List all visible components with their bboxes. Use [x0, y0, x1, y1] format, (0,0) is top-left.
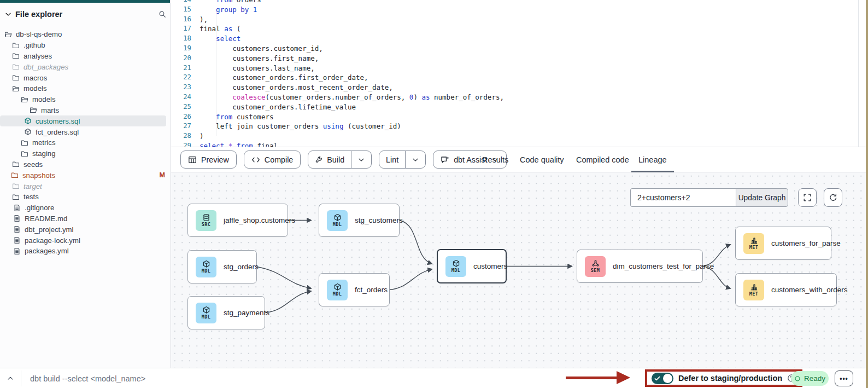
code-line: left join customer_orders using (custome…	[200, 121, 504, 131]
file-tree-label: README.md	[25, 215, 67, 223]
update-graph-button[interactable]: Update Graph	[736, 188, 788, 207]
file-tree-label: .github	[24, 41, 45, 49]
lineage-node-customers_for_parse[interactable]: METcustomers_for_parse	[735, 227, 831, 260]
file-explorer-sidebar: File explorer db-sl-qs-demo.githubanalys…	[0, 0, 171, 368]
file-icon	[13, 225, 21, 233]
lineage-node-label: fct_orders	[355, 286, 388, 294]
lineage-node-label: stg_customers	[355, 216, 403, 224]
refresh-icon	[829, 193, 837, 202]
editor-scrollbar[interactable]	[858, 0, 859, 147]
file-tree-item-snapshots[interactable]: snapshotsM	[0, 170, 171, 181]
file-tree-item-analyses[interactable]: analyses	[0, 51, 171, 62]
modified-badge: M	[160, 171, 165, 179]
tab-compiled-code[interactable]: Compiled code	[569, 147, 636, 172]
model-cube-icon: MDL	[445, 256, 466, 277]
lineage-node-fct_orders[interactable]: MDLfct_orders	[319, 273, 390, 306]
tab-results[interactable]: Results	[475, 147, 515, 172]
build-dropdown-chevron-icon[interactable]	[351, 151, 371, 168]
folder-open-icon	[21, 96, 28, 103]
model-cube-icon: MDL	[196, 303, 216, 323]
lineage-node-jaffle_shop.customers[interactable]: SRCjaffle_shop.customers	[187, 204, 288, 237]
folder-icon	[12, 63, 20, 71]
file-tree-item-macros[interactable]: macros	[0, 72, 171, 83]
file-tree-item-packages.yml[interactable]: packages.yml	[0, 246, 171, 257]
line-number: 29	[171, 141, 191, 147]
preview-button[interactable]: Preview	[180, 150, 237, 169]
lineage-node-stg_payments[interactable]: MDLstg_payments	[187, 296, 265, 329]
divider	[21, 370, 21, 386]
code-line: select * from final	[200, 141, 504, 147]
lint-dropdown-chevron-icon[interactable]	[405, 151, 425, 168]
lint-button[interactable]: Lint	[379, 151, 405, 168]
lineage-node-dim_customers_test_for_parse[interactable]: SEMdim_customers_test_for_parse	[577, 250, 703, 283]
folder-icon	[11, 171, 19, 179]
code-line: customers.customer_id,	[200, 44, 504, 54]
refresh-button[interactable]	[824, 188, 842, 207]
code-editor[interactable]: 14151617181920212223242526272829 from or…	[171, 0, 866, 147]
lineage-canvas[interactable]: SRCjaffle_shop.customersMDLstg_customers…	[171, 172, 866, 368]
fullscreen-icon	[803, 193, 812, 202]
tab-lineage[interactable]: Lineage	[631, 147, 674, 172]
lineage-node-label: dim_customers_test_for_parse	[613, 262, 714, 270]
lineage-node-label: customers_with_orders	[771, 286, 848, 294]
lineage-selector-input[interactable]	[630, 188, 736, 207]
file-icon	[13, 247, 21, 255]
model-cube-icon	[24, 128, 32, 136]
file-tree-item-.gitignore[interactable]: .gitignore	[0, 202, 171, 213]
folder-icon	[12, 52, 20, 60]
line-number: 27	[171, 121, 191, 131]
file-tree-item-.github[interactable]: .github	[0, 40, 171, 51]
expand-panel-chevron-icon[interactable]	[7, 374, 14, 382]
compile-button[interactable]: Compile	[244, 150, 301, 169]
code-line: ),	[200, 15, 504, 25]
line-number: 24	[171, 92, 191, 102]
screen-edge-strip	[866, 0, 868, 388]
line-number: 16	[171, 15, 191, 25]
folder-icon	[12, 74, 20, 82]
file-tree-item-target[interactable]: target	[0, 181, 171, 192]
code-line: final as (	[200, 24, 504, 34]
file-tree-item-dbt_packages[interactable]: dbt_packages	[0, 61, 171, 72]
file-tree-item-README.md[interactable]: README.md	[0, 213, 171, 224]
file-tree-item-tests[interactable]: tests	[0, 192, 171, 202]
code-icon	[251, 155, 260, 164]
code-line: customers.first_name,	[200, 54, 504, 63]
editor-code[interactable]: from orders group by 1),final as ( selec…	[200, 0, 504, 147]
lineage-node-customers[interactable]: MDLcustomers	[437, 249, 507, 283]
line-number: 19	[171, 44, 191, 54]
status-circle-icon	[794, 375, 801, 382]
file-tree-item-staging[interactable]: staging	[0, 148, 171, 159]
model-cube-icon: MDL	[327, 210, 348, 231]
file-tree-item-metrics[interactable]: metrics	[0, 137, 171, 148]
file-tree-item-marts[interactable]: marts	[0, 105, 171, 116]
tab-code-quality[interactable]: Code quality	[513, 147, 571, 172]
file-tree-item-models[interactable]: models	[0, 94, 171, 105]
folder-open-icon	[12, 85, 20, 92]
lineage-node-customers_with_orders[interactable]: METcustomers_with_orders	[735, 273, 837, 306]
file-tree-item-seeds[interactable]: seeds	[0, 159, 171, 170]
file-tree-item-package-lock.yml[interactable]: package-lock.yml	[0, 235, 171, 246]
file-tree-label: dbt_project.yml	[25, 225, 73, 234]
fullscreen-button[interactable]	[798, 188, 817, 207]
build-button-group: Build	[308, 150, 372, 169]
build-button[interactable]: Build	[308, 151, 351, 168]
metric-icon: MET	[743, 233, 764, 254]
file-tree-item-fct_orders.sql[interactable]: fct_orders.sql	[0, 126, 171, 137]
chevron-down-icon[interactable]	[4, 10, 12, 18]
file-tree-item-db-sl-qs-demo[interactable]: db-sl-qs-demo	[0, 29, 171, 40]
file-tree-item-models[interactable]: models	[0, 83, 171, 94]
file-tree-label: models	[32, 95, 56, 103]
code-line: customer_orders.lifetime_value	[200, 102, 504, 112]
file-tree-item-dbt_project.yml[interactable]: dbt_project.yml	[0, 224, 171, 235]
file-tree-item-customers.sql[interactable]: customers.sql	[0, 115, 166, 126]
folder-open-icon	[4, 31, 12, 38]
command-input[interactable]	[30, 370, 522, 386]
line-number: 14	[171, 0, 191, 5]
lineage-node-stg_customers[interactable]: MDLstg_customers	[319, 204, 400, 237]
file-icon	[13, 215, 21, 222]
lineage-node-stg_orders[interactable]: MDLstg_orders	[187, 250, 257, 283]
line-number: 22	[171, 73, 191, 83]
search-icon[interactable]	[159, 10, 166, 18]
more-options-button[interactable]: •••	[835, 370, 853, 386]
defer-toggle[interactable]	[652, 373, 673, 384]
